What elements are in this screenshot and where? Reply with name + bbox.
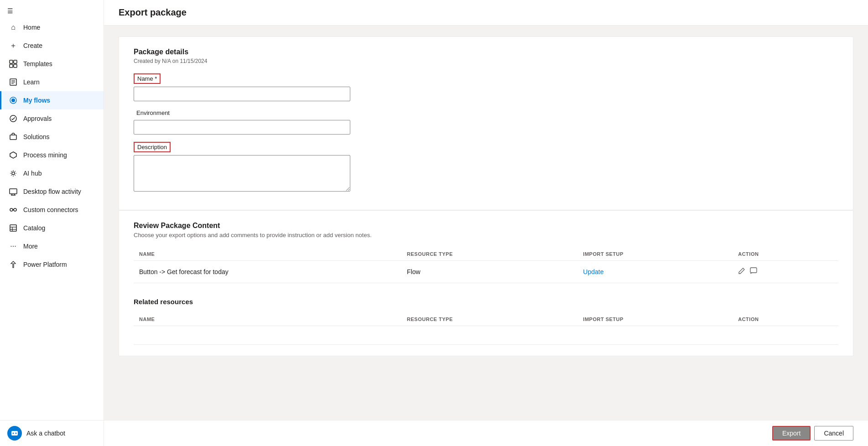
home-icon: ⌂ xyxy=(9,23,18,32)
sidebar-item-approvals[interactable]: Approvals xyxy=(0,109,104,128)
related-header-row: NAME RESOURCE TYPE IMPORT SETUP ACTION xyxy=(134,313,838,326)
row-resource-type: Flow xyxy=(401,261,577,283)
desktop-flow-activity-icon xyxy=(9,187,18,196)
table-row: Button -> Get forecast for today Flow Up… xyxy=(134,261,838,283)
sidebar-item-solutions[interactable]: Solutions xyxy=(0,128,104,146)
content-area: Package details Created by N/A on 11/15/… xyxy=(104,26,868,367)
related-resources-title: Related resources xyxy=(134,298,838,306)
hamburger-menu[interactable]: ☰ xyxy=(0,0,104,18)
sidebar-item-create[interactable]: ＋ Create xyxy=(0,36,104,55)
description-textarea[interactable] xyxy=(134,155,350,192)
package-details-subtitle: Created by N/A on 11/15/2024 xyxy=(134,58,838,64)
col-header-name: NAME xyxy=(134,248,401,261)
row-action xyxy=(733,261,838,283)
update-link[interactable]: Update xyxy=(583,268,603,275)
sidebar-item-label: Solutions xyxy=(23,133,50,140)
chatbot-button[interactable]: Ask a chatbot xyxy=(0,420,104,446)
svg-point-26 xyxy=(13,433,14,434)
bottom-actions: Export Cancel xyxy=(104,420,868,446)
sidebar-item-label: Create xyxy=(23,42,42,49)
col-header-import-setup: IMPORT SETUP xyxy=(577,248,733,261)
review-package-title: Review Package Content xyxy=(134,222,838,230)
sidebar-item-learn[interactable]: Learn xyxy=(0,73,104,91)
name-label: Name * xyxy=(134,73,161,84)
export-button[interactable]: Export xyxy=(772,426,811,441)
sidebar-item-catalog[interactable]: Catalog xyxy=(0,219,104,237)
related-col-name: NAME xyxy=(134,313,401,326)
sidebar-item-label: AI hub xyxy=(23,170,42,177)
environment-field-group: Environment xyxy=(134,109,838,135)
sidebar-item-home[interactable]: ⌂ Home xyxy=(0,18,104,36)
svg-point-13 xyxy=(12,172,15,175)
sidebar-item-desktop-flow-activity[interactable]: Desktop flow activity xyxy=(0,182,104,201)
svg-rect-21 xyxy=(10,225,16,231)
svg-rect-28 xyxy=(750,268,757,273)
environment-input[interactable] xyxy=(134,120,350,135)
edit-icon[interactable] xyxy=(738,267,745,276)
power-platform-icon xyxy=(9,260,18,269)
related-col-action: ACTION xyxy=(733,313,838,326)
related-empty-row xyxy=(134,326,838,345)
name-field-group: Name * xyxy=(134,73,838,101)
action-icons xyxy=(738,267,833,276)
sidebar: ☰ ⌂ Home ＋ Create Templates Learn My f xyxy=(0,0,104,446)
related-empty-message xyxy=(134,326,838,345)
approvals-icon xyxy=(9,114,18,123)
process-mining-icon xyxy=(9,150,18,160)
review-package-card: Review Package Content Choose your expor… xyxy=(119,210,853,356)
sidebar-item-label: Custom connectors xyxy=(23,206,78,213)
sidebar-item-process-mining[interactable]: Process mining xyxy=(0,146,104,164)
svg-rect-2 xyxy=(10,64,13,67)
svg-point-19 xyxy=(14,208,16,211)
solutions-icon xyxy=(9,132,18,141)
sidebar-item-label: Learn xyxy=(23,78,40,86)
svg-point-8 xyxy=(11,99,15,102)
environment-label: Environment xyxy=(134,109,172,117)
sidebar-item-label: Templates xyxy=(23,60,52,67)
description-label: Description xyxy=(134,142,171,152)
hamburger-icon: ☰ xyxy=(7,7,13,15)
svg-rect-0 xyxy=(10,60,13,63)
sidebar-item-label: Process mining xyxy=(23,151,67,159)
col-header-action: ACTION xyxy=(733,248,838,261)
sidebar-item-custom-connectors[interactable]: Custom connectors xyxy=(0,201,104,219)
svg-point-27 xyxy=(16,433,17,434)
sidebar-item-label: Catalog xyxy=(23,224,45,232)
sidebar-item-label: Desktop flow activity xyxy=(23,188,81,195)
review-package-description: Choose your export options and add comme… xyxy=(134,232,838,239)
cancel-button[interactable]: Cancel xyxy=(814,426,853,441)
sidebar-item-templates[interactable]: Templates xyxy=(0,55,104,73)
custom-connectors-icon xyxy=(9,205,18,214)
package-details-title: Package details xyxy=(134,48,838,56)
row-import-setup: Update xyxy=(577,261,733,283)
comment-icon[interactable] xyxy=(750,267,757,276)
svg-rect-1 xyxy=(14,60,17,63)
related-table: NAME RESOURCE TYPE IMPORT SETUP ACTION xyxy=(134,313,838,345)
col-header-resource-type: RESOURCE TYPE xyxy=(401,248,577,261)
sidebar-item-label: My flows xyxy=(23,97,50,104)
sidebar-item-label: Power Platform xyxy=(23,261,67,268)
svg-rect-14 xyxy=(10,189,17,194)
sidebar-nav: ⌂ Home ＋ Create Templates Learn My flows xyxy=(0,18,104,420)
sidebar-item-label: More xyxy=(23,243,38,250)
sidebar-item-more[interactable]: ··· More xyxy=(0,237,104,255)
related-resources-section: Related resources NAME RESOURCE TYPE IMP… xyxy=(134,298,838,345)
svg-rect-3 xyxy=(14,64,17,67)
related-col-resource: RESOURCE TYPE xyxy=(401,313,577,326)
learn-icon xyxy=(9,78,18,87)
chatbot-label: Ask a chatbot xyxy=(26,430,65,437)
svg-rect-25 xyxy=(11,431,18,436)
ai-hub-icon xyxy=(9,169,18,178)
table-header-row: NAME RESOURCE TYPE IMPORT SETUP ACTION xyxy=(134,248,838,261)
review-table: NAME RESOURCE TYPE IMPORT SETUP ACTION B… xyxy=(134,248,838,283)
name-input[interactable] xyxy=(134,87,350,101)
svg-marker-12 xyxy=(10,152,16,158)
sidebar-item-my-flows[interactable]: My flows xyxy=(0,91,104,109)
sidebar-item-power-platform[interactable]: Power Platform xyxy=(0,255,104,274)
svg-rect-11 xyxy=(10,135,16,140)
sidebar-item-ai-hub[interactable]: AI hub xyxy=(0,164,104,182)
related-col-import: IMPORT SETUP xyxy=(577,313,733,326)
create-icon: ＋ xyxy=(9,41,18,50)
my-flows-icon xyxy=(9,96,18,105)
svg-point-18 xyxy=(10,208,13,211)
